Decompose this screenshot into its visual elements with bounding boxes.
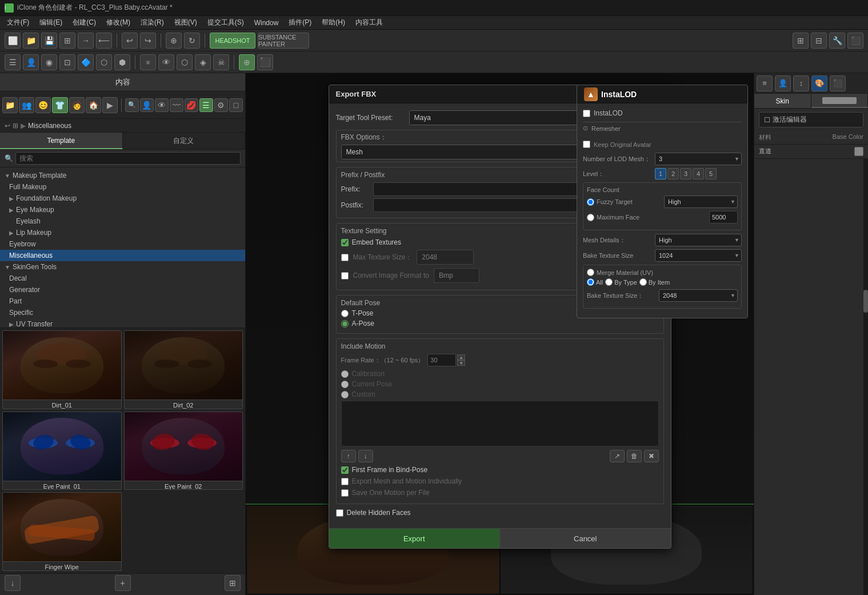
t2-btn3[interactable]: ◉ bbox=[41, 54, 57, 70]
max-texture-select[interactable]: 512 1024 2048 4096 bbox=[417, 250, 474, 265]
lp-folder-btn[interactable]: 📁 bbox=[2, 97, 18, 113]
frame-rate-down[interactable]: ▼ bbox=[457, 360, 465, 366]
right-scrollbar-thumb[interactable] bbox=[863, 290, 868, 313]
tree-item-eyebrow[interactable]: Eyebrow bbox=[0, 238, 245, 250]
tab-template[interactable]: Template bbox=[0, 133, 123, 149]
substance-btn[interactable]: SUBSTANCE PAINTER bbox=[258, 33, 309, 49]
view4-btn[interactable]: ⬛ bbox=[847, 33, 863, 49]
img-eyepaint02[interactable]: Eye Paint_02 bbox=[124, 412, 243, 490]
motion-add-btn[interactable]: ↗ bbox=[610, 450, 625, 462]
lp-extra-btn[interactable]: □ bbox=[229, 98, 243, 112]
t2-mat-btn[interactable]: ◈ bbox=[195, 54, 211, 70]
motion-down-btn[interactable]: ↓ bbox=[358, 450, 373, 462]
lp-scene-btn[interactable]: 🏠 bbox=[86, 97, 101, 113]
t2-active-btn[interactable]: ⊕ bbox=[239, 54, 255, 70]
t2-checker-btn[interactable]: ⬛ bbox=[257, 54, 273, 70]
first-frame-checkbox[interactable] bbox=[341, 466, 349, 474]
undo-btn[interactable]: ↩ bbox=[122, 33, 138, 49]
menu-view[interactable]: 视图(V) bbox=[170, 17, 202, 29]
menu-help[interactable]: 帮助(H) bbox=[317, 17, 350, 29]
t2-btn5[interactable]: 🔷 bbox=[78, 54, 94, 70]
merge-byitem[interactable]: By Item bbox=[639, 278, 670, 286]
rotate-btn[interactable]: ↻ bbox=[184, 33, 200, 49]
delete-hidden-label[interactable]: Delete Hidden Faces bbox=[347, 509, 411, 517]
tree-item-specific[interactable]: Specific bbox=[0, 307, 245, 318]
tree-item-decal[interactable]: Decal bbox=[0, 273, 245, 284]
max-face-radio[interactable] bbox=[587, 214, 594, 221]
frame-rate-input[interactable] bbox=[427, 354, 456, 366]
merge-all[interactable]: All bbox=[587, 278, 603, 286]
save-as-btn[interactable]: ⊞ bbox=[59, 33, 75, 49]
lp-search-btn[interactable]: 🔍 bbox=[125, 98, 139, 112]
menu-window[interactable]: Window bbox=[250, 18, 283, 28]
tree-item-makeup-template[interactable]: ▼ Makeup Template bbox=[0, 170, 245, 181]
lp-lips-btn[interactable]: 💋 bbox=[185, 98, 198, 112]
export-mesh-label[interactable]: Export Mesh and Motion Individually bbox=[352, 477, 462, 485]
headshot-btn[interactable]: HEADSHOT bbox=[210, 33, 255, 49]
img-dirt02[interactable]: Dirt_02 bbox=[124, 330, 243, 409]
mesh-details-select[interactable]: Low Medium High bbox=[655, 234, 742, 246]
color-preview[interactable] bbox=[854, 147, 863, 156]
max-texture-label[interactable]: Max Texture Size： bbox=[353, 253, 413, 262]
rs-btn2[interactable]: 👤 bbox=[775, 75, 791, 91]
lp-people-btn[interactable]: 👥 bbox=[19, 97, 34, 113]
export-btn[interactable]: Export bbox=[329, 529, 501, 548]
right-scrollbar[interactable] bbox=[863, 159, 868, 595]
level-btn-3[interactable]: 3 bbox=[680, 168, 691, 179]
menu-plugins[interactable]: 插件(P) bbox=[284, 17, 316, 29]
img-eyepaint01[interactable]: Eye Paint_01 bbox=[2, 412, 122, 490]
lb-import-btn[interactable]: ⊞ bbox=[225, 575, 241, 591]
menu-edit[interactable]: 编辑(E) bbox=[35, 17, 67, 29]
tree-item-foundation-makeup[interactable]: ▶ Foundation Makeup bbox=[0, 193, 245, 204]
instalod-checkbox[interactable] bbox=[583, 110, 590, 117]
view2-btn[interactable]: ⊟ bbox=[811, 33, 827, 49]
t2-btn6[interactable]: ⬡ bbox=[96, 54, 112, 70]
menu-modify[interactable]: 修改(M) bbox=[102, 17, 135, 29]
lb-down-btn[interactable]: ↓ bbox=[5, 575, 21, 591]
new-btn[interactable]: ⬜ bbox=[5, 33, 21, 49]
convert-image-select[interactable]: Bmp Png Jpg Tga bbox=[434, 268, 479, 283]
convert-image-checkbox[interactable] bbox=[341, 272, 349, 279]
save-one-checkbox[interactable] bbox=[341, 489, 349, 497]
export-mesh-checkbox[interactable] bbox=[341, 478, 349, 485]
lp-avatar-btn[interactable]: 🧑 bbox=[69, 97, 85, 113]
lod-mesh-select[interactable]: 1 2 3 4 5 bbox=[655, 153, 742, 165]
lp-brow-btn[interactable]: 〰 bbox=[170, 98, 183, 112]
tree-item-skingen-tools[interactable]: ▼ SkinGen Tools bbox=[0, 261, 245, 273]
rs-tab-other[interactable] bbox=[811, 94, 869, 108]
back-btn[interactable]: ↩ bbox=[5, 122, 10, 130]
menu-tools[interactable]: 提交工具(S) bbox=[203, 17, 249, 29]
tree-item-eyelash[interactable]: Eyelash bbox=[0, 215, 245, 227]
level-btn-2[interactable]: 2 bbox=[667, 168, 679, 179]
t2-layer-btn[interactable]: ≡ bbox=[140, 54, 156, 70]
t2-bone-btn[interactable]: ☠ bbox=[213, 54, 229, 70]
fuzzy-select[interactable]: Low Medium High bbox=[664, 195, 738, 208]
t2-btn7[interactable]: ⬢ bbox=[114, 54, 130, 70]
lp-face2-btn[interactable]: 👤 bbox=[140, 98, 154, 112]
t2-btn4[interactable]: ⊡ bbox=[59, 54, 75, 70]
fuzzy-target-radio[interactable] bbox=[587, 198, 594, 206]
rs-btn5[interactable]: ⬛ bbox=[830, 75, 846, 91]
img-fingerwipe[interactable]: Finger Wipe bbox=[2, 492, 122, 571]
rs-btn3[interactable]: ↕ bbox=[793, 75, 809, 91]
apose-radio[interactable] bbox=[341, 320, 349, 328]
lp-anim-btn[interactable]: ▶ bbox=[102, 97, 118, 113]
cancel-btn[interactable]: Cancel bbox=[500, 529, 671, 548]
motion-up-btn[interactable]: ↑ bbox=[341, 450, 356, 462]
motion-delete-btn[interactable]: 🗑 bbox=[627, 450, 642, 462]
redo-btn[interactable]: ↪ bbox=[140, 33, 156, 49]
tpose-radio[interactable] bbox=[341, 310, 349, 317]
embed-textures-checkbox[interactable] bbox=[341, 239, 349, 246]
bake-texture-select[interactable]: 512 1024 2048 bbox=[655, 249, 742, 262]
custom-radio[interactable] bbox=[341, 391, 349, 398]
merge-bytype[interactable]: By Type bbox=[605, 278, 637, 286]
level-btn-1[interactable]: 1 bbox=[655, 168, 666, 179]
tree-item-part[interactable]: Part bbox=[0, 295, 245, 307]
menu-content-tools[interactable]: 内容工具 bbox=[351, 17, 387, 29]
motion-clear-btn[interactable]: ✖ bbox=[644, 450, 659, 462]
export-btn[interactable]: → bbox=[78, 33, 94, 49]
rs-btn4[interactable]: 🎨 bbox=[811, 75, 827, 91]
frame-rate-up[interactable]: ▲ bbox=[457, 354, 465, 360]
lp-misc-btn[interactable]: ⚙ bbox=[214, 98, 228, 112]
t2-btn2[interactable]: 👤 bbox=[23, 54, 39, 70]
